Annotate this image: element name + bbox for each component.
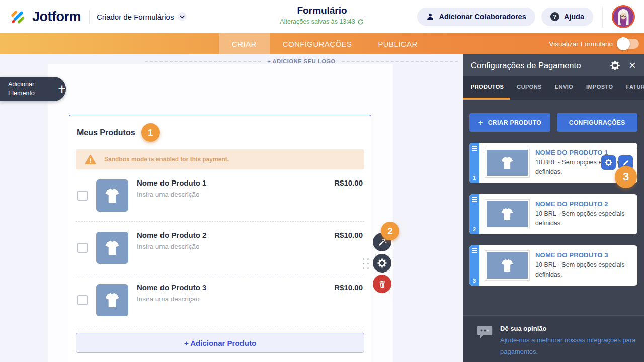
warning-icon — [85, 154, 96, 165]
product-price: R$10.00 — [334, 231, 363, 239]
product-position: 3 — [473, 278, 476, 284]
pencil-icon — [622, 159, 629, 166]
help-label: Ajuda — [564, 13, 584, 21]
product-name[interactable]: Nome do Produto 2 — [137, 231, 326, 239]
panel-actions: + CRIAR PRODUTO CONFIGURAÇÕES — [463, 100, 644, 132]
header-divider — [89, 10, 90, 24]
drag-handle-icon — [472, 146, 477, 151]
product-image — [96, 179, 128, 212]
panel-gear-button[interactable] — [610, 61, 620, 70]
add-collaborators-button[interactable]: Adicionar Colaboradores — [417, 8, 535, 26]
field-title[interactable]: Meus Produtos — [77, 128, 135, 137]
step-badge-1: 1 — [141, 123, 160, 142]
product-description[interactable]: Insira uma descrição — [137, 191, 326, 198]
dashed-line — [145, 61, 261, 62]
tab-cupons[interactable]: CUPONS — [510, 76, 548, 100]
person-icon — [426, 13, 434, 21]
product-drag-strip[interactable]: 2 — [469, 194, 479, 234]
top-header: Jotform Criador de Formulários Formulári… — [0, 0, 644, 33]
chevron-down-icon — [178, 12, 187, 21]
product-checkbox[interactable] — [77, 243, 88, 253]
product-card-name: NOME DO PRODUTO 2 — [535, 200, 633, 208]
feedback-section: Dê sua opinião Ajude-nos a melhorar noss… — [463, 315, 644, 362]
dashed-line — [342, 61, 458, 62]
add-logo-row[interactable]: + ADICIONE SEU LOGO — [145, 58, 458, 64]
drag-handle[interactable] — [363, 258, 369, 269]
header-divider — [602, 6, 603, 27]
feedback-link[interactable]: Ajude-nos a melhorar nossas integrações … — [500, 335, 636, 358]
close-icon[interactable]: × — [629, 59, 636, 71]
product-settings-button[interactable] — [601, 155, 616, 170]
tab-configuracoes[interactable]: CONFIGURAÇÕES — [270, 33, 365, 54]
add-logo-label: + ADICIONE SEU LOGO — [267, 58, 335, 64]
help-button[interactable]: ? Ajuda — [541, 8, 593, 26]
tab-criar[interactable]: CRIAR — [219, 33, 270, 54]
plus-icon: + — [58, 82, 66, 96]
product-card-name: NOME DO PRODUTO 3 — [535, 251, 633, 259]
product-description[interactable]: Insira uma descrição — [137, 243, 326, 250]
trash-icon — [378, 280, 386, 288]
drag-handle-icon — [472, 197, 477, 202]
product-drag-strip[interactable]: 1 — [469, 143, 479, 183]
panel-title: Configurações de Pagamento — [471, 61, 601, 70]
tab-publicar[interactable]: PUBLICAR — [365, 33, 430, 54]
sandbox-warning: Sandbox mode is enabled for this payment… — [76, 149, 364, 169]
product-texts: Nome do Produto 2 Insira uma descrição — [137, 231, 326, 250]
panel-product-card-2[interactable]: 2 NOME DO PRODUTO 2 10 BRL - Sem opções … — [469, 194, 637, 234]
jotform-logo-text: Jotform — [32, 9, 81, 25]
payment-field-card[interactable]: Meus Produtos 1 Sandbox mode is enabled … — [69, 115, 371, 362]
gear-icon — [605, 159, 612, 166]
product-name[interactable]: Nome do Produto 3 — [137, 283, 326, 292]
add-collaborators-label: Adicionar Colaboradores — [439, 13, 526, 21]
tab-produtos[interactable]: PRODUTOS — [463, 76, 510, 100]
product-row-2: Nome do Produto 2 Insira uma descrição R… — [76, 222, 364, 274]
product-thumbnail — [485, 200, 529, 229]
tab-envio[interactable]: ENVIO — [548, 76, 580, 100]
user-avatar[interactable] — [612, 5, 635, 28]
delete-button[interactable] — [373, 275, 391, 293]
product-texts: Nome do Produto 3 Insira uma descrição — [137, 283, 326, 303]
panel-product-card-3[interactable]: 3 NOME DO PRODUTO 3 10 BRL - Sem opções … — [469, 245, 637, 286]
preview-form-label: Visualizar Formulário — [549, 40, 613, 48]
builder-nav-tabs: CRIAR CONFIGURAÇÕES PUBLICAR — [219, 33, 431, 54]
product-card-body: NOME DO PRODUTO 3 10 BRL - Sem opções es… — [479, 245, 637, 286]
question-mark-icon: ? — [550, 12, 559, 21]
panel-header: Configurações de Pagamento × — [463, 54, 644, 76]
product-card-texts: NOME DO PRODUTO 2 10 BRL - Sem opções es… — [535, 200, 633, 228]
jotform-logo[interactable]: Jotform — [9, 8, 81, 25]
preview-form-area: Visualizar Formulário — [549, 33, 639, 54]
field-title-row: Meus Produtos 1 — [76, 121, 364, 142]
builder-navbar: CRIAR CONFIGURAÇÕES PUBLICAR Visualizar … — [0, 33, 644, 54]
jotform-form-builder: Jotform Criador de Formulários Formulári… — [0, 0, 644, 362]
form-canvas: + ADICIONE SEU LOGO Adicionar Elemento +… — [0, 54, 463, 362]
product-checkbox[interactable] — [77, 191, 88, 201]
add-element-button[interactable]: Adicionar Elemento + — [0, 77, 66, 101]
toggle-knob — [617, 37, 630, 50]
product-row-3: Nome do Produto 3 Insira uma descrição R… — [76, 274, 364, 326]
product-thumbnail — [485, 148, 529, 177]
product-card-texts: NOME DO PRODUTO 3 10 BRL - Sem opções es… — [535, 251, 633, 280]
tab-fatura[interactable]: FATURA — [619, 76, 644, 100]
product-drag-strip[interactable]: 3 — [469, 245, 479, 286]
undo-icon[interactable] — [358, 19, 364, 25]
product-image — [96, 284, 128, 316]
add-product-button[interactable]: + Adicionar Produto — [76, 333, 364, 353]
create-product-button[interactable]: + CRIAR PRODUTO — [469, 113, 550, 132]
preview-form-toggle[interactable] — [618, 39, 639, 49]
product-description[interactable]: Insira uma descrição — [137, 295, 326, 303]
product-switcher[interactable]: Criador de Formulários — [97, 12, 187, 21]
settings-button[interactable]: CONFIGURAÇÕES — [557, 113, 638, 132]
panel-product-card-1[interactable]: 1 NOME DO PRODUTO 1 10 BRL - Sem opções … — [469, 143, 637, 183]
feedback-texts: Dê sua opinião Ajude-nos a melhorar noss… — [500, 325, 636, 362]
product-position: 2 — [473, 226, 476, 232]
payment-settings-panel: Configurações de Pagamento × PRODUTOS CU… — [463, 54, 644, 362]
product-checkbox[interactable] — [77, 295, 88, 305]
product-price: R$10.00 — [334, 283, 363, 292]
properties-button[interactable] — [373, 254, 391, 273]
create-product-label: CRIAR PRODUTO — [488, 119, 541, 126]
tab-imposto[interactable]: IMPOSTO — [580, 76, 619, 100]
form-title[interactable]: Formulário — [280, 5, 364, 16]
save-status: Alterações salvas às 13:43 — [280, 18, 364, 25]
product-name[interactable]: Nome do Produto 1 — [137, 178, 326, 187]
product-card-info: 10 BRL - Sem opções especiais definidas. — [535, 260, 633, 280]
